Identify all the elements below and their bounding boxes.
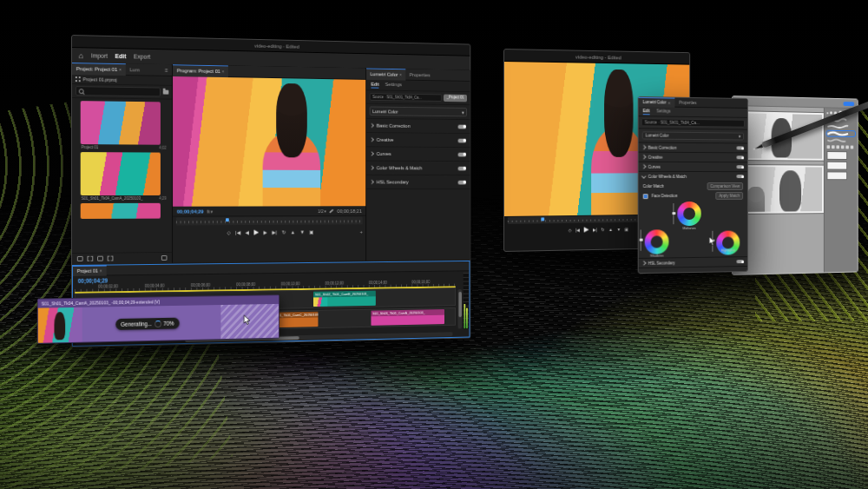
export-frame-icon[interactable]: ▣ [309, 228, 313, 235]
zoom-level-dropdown[interactable]: fit ▾ [207, 208, 213, 214]
search-input[interactable] [76, 86, 161, 96]
section-curves[interactable]: Curves [639, 162, 747, 172]
tab-project[interactable]: Project: Project 01 × [72, 63, 126, 76]
panel-menu-icon[interactable]: ≡ [161, 64, 172, 76]
section-toggle[interactable] [736, 260, 744, 263]
project-item-thumbnail[interactable] [81, 152, 161, 195]
lumetri-preset-dropdown[interactable]: Lumetri Color ▾ [370, 106, 467, 116]
subtab-edit[interactable]: Edit [371, 82, 378, 89]
project-item-thumbnail[interactable] [81, 203, 161, 219]
extract-icon[interactable]: ▼ [616, 226, 621, 231]
tool-icon[interactable] [836, 145, 839, 149]
list-view-icon[interactable] [77, 256, 83, 261]
section-hsl-secondary[interactable]: HSL Secondary [366, 175, 470, 189]
close-icon[interactable]: × [399, 72, 402, 77]
section-toggle[interactable] [458, 124, 467, 129]
tab-lumetri-color[interactable]: Lumetri Color × [366, 68, 405, 80]
brush-size-dot[interactable] [827, 112, 829, 114]
shadows-wheel[interactable] [645, 229, 669, 254]
section-color-wheels-match[interactable]: Color Wheels & Match [366, 162, 470, 176]
tab-properties[interactable]: Properties [405, 69, 434, 80]
subtab-settings[interactable]: Settings [656, 109, 670, 115]
prev-icon[interactable]: ◀ [246, 229, 249, 235]
close-icon[interactable]: × [668, 100, 671, 105]
apply-match-button[interactable]: Apply Match [716, 192, 744, 200]
timeline-vertical-scrollbar[interactable] [458, 289, 462, 328]
swatch[interactable] [827, 151, 848, 160]
section-basic-correction[interactable]: Basic Correction [366, 119, 470, 134]
tab-program[interactable]: Program: Project 01 × [173, 64, 228, 77]
step-forward-icon[interactable]: ▶| [593, 227, 597, 232]
section-toggle[interactable] [458, 138, 467, 142]
marker-icon[interactable]: ◇ [227, 229, 230, 235]
primary-action-button[interactable] [844, 102, 855, 106]
play-icon[interactable]: ▶ [253, 228, 259, 236]
tab-properties[interactable]: Properties [674, 98, 700, 108]
brush-size-dot[interactable] [830, 111, 832, 114]
loop-icon[interactable]: ↻ [282, 229, 286, 235]
storyboard-frame-2[interactable] [738, 164, 825, 215]
shadows-slider[interactable] [641, 230, 641, 251]
step-forward-icon[interactable]: ▶| [272, 229, 277, 235]
add-button-icon[interactable]: + [360, 229, 363, 235]
tab-lumetri-scopes[interactable]: Lum [126, 63, 144, 75]
menu-export[interactable]: Export [134, 53, 150, 59]
tool-icon[interactable] [827, 145, 831, 149]
swatch[interactable] [827, 171, 848, 180]
extract-icon[interactable]: ▼ [299, 229, 304, 235]
playback-resolution-dropdown[interactable]: 1/2 ▾ [318, 208, 326, 214]
face-detection-checkbox[interactable] [643, 194, 648, 199]
subtab-edit[interactable]: Edit [643, 109, 650, 115]
tool-icon[interactable] [845, 145, 849, 149]
trash-icon[interactable] [161, 255, 168, 261]
section-toggle[interactable] [736, 165, 744, 169]
settings-wrench-icon[interactable] [329, 208, 333, 213]
section-creative[interactable]: Creative [639, 153, 747, 163]
monitor-scrubber[interactable] [176, 217, 363, 226]
section-creative[interactable]: Creative [366, 133, 470, 148]
step-back-icon[interactable]: |◀ [575, 227, 580, 232]
home-icon[interactable]: ⌂ [79, 51, 83, 60]
midtones-slider[interactable] [673, 203, 674, 224]
source-clip-selector[interactable]: Source · S01_Sh01_Tk04_Ca... [370, 93, 443, 102]
section-toggle[interactable] [736, 146, 744, 149]
step-back-icon[interactable]: |◀ [235, 229, 240, 235]
close-icon[interactable]: × [119, 67, 122, 72]
tool-icon[interactable] [841, 145, 845, 149]
menu-import[interactable]: Import [91, 52, 108, 58]
icon-view-icon[interactable] [87, 256, 93, 261]
subtab-settings[interactable]: Settings [385, 82, 402, 89]
timeline-clip-magenta[interactable]: S01_Sh03_Tk01_CamA_20250103_ [371, 309, 444, 326]
grid-view-icon[interactable] [76, 76, 81, 82]
loop-icon[interactable]: ↻ [602, 227, 605, 232]
section-toggle[interactable] [458, 166, 467, 170]
source-clip-selector[interactable]: Source · S01_Sh01_Tk04_Ca... [641, 118, 745, 128]
next-icon[interactable]: ▶ [264, 229, 267, 235]
tool-icon[interactable] [832, 145, 835, 149]
section-toggle[interactable] [458, 152, 467, 156]
lift-icon[interactable]: ▲ [291, 229, 295, 235]
comparison-view-button[interactable]: Comparison View [707, 182, 743, 190]
playhead[interactable] [226, 218, 229, 221]
new-item-icon[interactable] [108, 256, 114, 261]
midtones-wheel[interactable] [677, 202, 700, 226]
brush-stroke-option-selected[interactable] [827, 131, 856, 136]
swatch[interactable] [827, 162, 848, 170]
tool-icon[interactable] [851, 146, 854, 149]
timeline-clip-generating[interactable]: S01_Sh01_Tk04_CamA_20250103_ -00;00;04;2… [37, 294, 279, 344]
tab-lumetri-color[interactable]: Lumetri Color × [639, 96, 675, 107]
section-toggle[interactable] [736, 155, 744, 159]
source-project-chip[interactable]: _Project 01 [444, 94, 467, 102]
brush-stroke-option[interactable] [827, 124, 856, 129]
close-icon[interactable]: × [222, 69, 225, 74]
lift-icon[interactable]: ▲ [608, 227, 613, 232]
lumetri-preset-dropdown[interactable]: Lumetri Color ▾ [642, 131, 744, 140]
new-bin-icon[interactable] [97, 256, 103, 261]
tab-timeline-sequence[interactable]: Project 01 × [73, 265, 106, 275]
play-icon[interactable]: ▶ [584, 226, 589, 234]
close-icon[interactable]: × [100, 268, 102, 274]
timeline-clip-teal[interactable]: S01_Sh02_Tk01_CamB_20250103_ [313, 291, 376, 307]
brush-stroke-option[interactable] [827, 137, 856, 142]
section-color-wheels-match[interactable]: Color Wheels & Match [639, 172, 747, 181]
section-basic-correction[interactable]: Basic Correction [639, 142, 747, 153]
